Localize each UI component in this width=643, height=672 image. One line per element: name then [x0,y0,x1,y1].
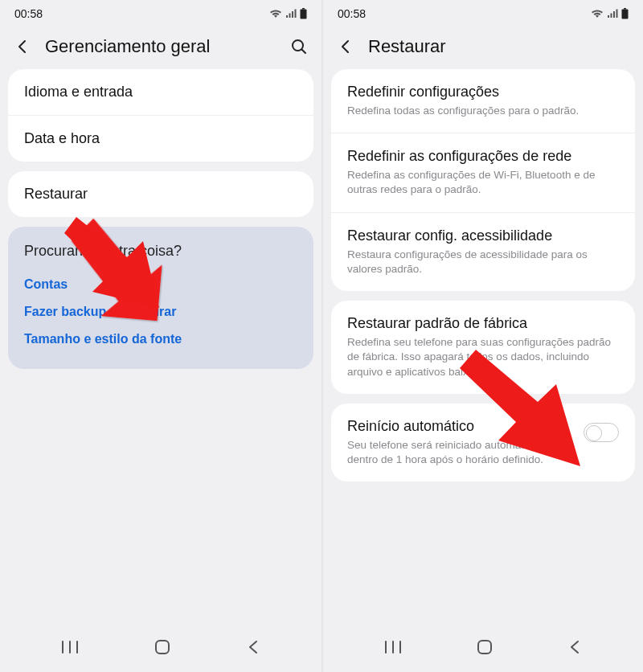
content: Redefinir configurações Redefina todas a… [323,69,643,481]
row-factory-reset[interactable]: Restaurar padrão de fábrica Redefina seu… [331,301,635,394]
svg-rect-3 [156,641,169,654]
navbar [323,625,643,672]
row-reset-settings[interactable]: Redefinir configurações Redefina todas a… [331,69,635,133]
auto-restart-toggle[interactable] [584,423,619,442]
battery-icon [621,8,629,19]
row-subtitle: Redefina todas as configurações para o p… [347,104,619,118]
content: Idioma e entrada Data e hora Restaurar P… [0,69,322,369]
row-title: Idioma e entrada [24,84,297,100]
page-title: Gerenciamento geral [45,36,276,57]
statusbar: 00:58 [0,0,322,27]
svg-rect-0 [302,8,305,10]
home-button[interactable] [154,638,171,659]
back-icon[interactable] [11,35,34,58]
suggestions-card: Procurando outra coisa? Contas Fazer bac… [8,227,313,369]
wifi-icon [591,9,604,18]
signal-icon [285,9,297,18]
wifi-icon [269,9,282,18]
settings-group-factory: Restaurar padrão de fábrica Redefina seu… [331,301,635,394]
row-title: Restaurar padrão de fábrica [347,315,619,332]
battery-icon [300,8,307,19]
statusbar-right [591,8,629,19]
row-subtitle: Redefina as configurações de Wi-Fi, Blue… [347,168,619,197]
suggest-link-fontsize[interactable]: Tamanho e estilo da fonte [24,326,297,353]
row-language-input[interactable]: Idioma e entrada [8,69,313,115]
settings-group-general: Idioma e entrada Data e hora [8,69,313,162]
row-title: Redefinir configurações [347,84,619,100]
row-title: Restaurar config. acessibilidade [347,227,619,244]
row-title: Reinício automático [347,418,574,435]
row-restore[interactable]: Restaurar [8,171,313,217]
settings-group-reset-options: Redefinir configurações Redefina todas a… [331,69,635,291]
suggest-link-backup[interactable]: Fazer backup e restaurar [24,298,297,326]
recents-button[interactable] [384,640,402,658]
row-title: Redefinir as configurações de rede [347,148,619,165]
phone-right: 00:58 Restaurar Redefinir configurações … [322,0,643,672]
suggest-link-accounts[interactable]: Contas [24,271,297,298]
svg-rect-1 [301,10,307,19]
row-title: Data e hora [24,130,297,147]
statusbar-time: 00:58 [338,7,366,20]
statusbar-time: 00:58 [14,7,43,20]
settings-group-auto-restart: Reinício automático Seu telefone será re… [331,404,635,481]
header: Restaurar [323,27,643,69]
row-reset-network[interactable]: Redefinir as configurações de rede Redef… [331,133,635,211]
svg-rect-5 [622,10,629,19]
search-icon[interactable] [288,35,310,58]
row-auto-restart[interactable]: Reinício automático Seu telefone será re… [331,404,635,481]
row-reset-accessibility[interactable]: Restaurar config. acessibilidade Restaur… [331,212,635,291]
recents-button[interactable] [61,640,79,658]
statusbar: 00:58 [323,0,643,27]
back-button[interactable] [567,640,582,658]
row-title: Restaurar [24,186,297,203]
home-button[interactable] [476,638,494,659]
back-button[interactable] [246,640,260,658]
settings-group-reset: Restaurar [8,171,313,217]
suggestions-title: Procurando outra coisa? [24,243,297,260]
signal-icon [607,9,618,18]
header: Gerenciamento geral [0,27,322,69]
svg-rect-6 [478,641,491,654]
page-title: Restaurar [368,36,632,57]
navbar [0,625,322,672]
row-subtitle: Restaura configurações de acessibilidade… [347,248,619,277]
statusbar-right [269,8,307,19]
row-subtitle: Seu telefone será reiniciado automaticam… [347,438,574,467]
row-date-time[interactable]: Data e hora [8,115,313,162]
phone-left: 00:58 Gerenciamento geral Idioma e entra… [0,0,322,672]
row-subtitle: Redefina seu telefone para suas configur… [347,335,619,379]
back-icon[interactable] [334,35,357,58]
svg-rect-4 [624,8,626,10]
